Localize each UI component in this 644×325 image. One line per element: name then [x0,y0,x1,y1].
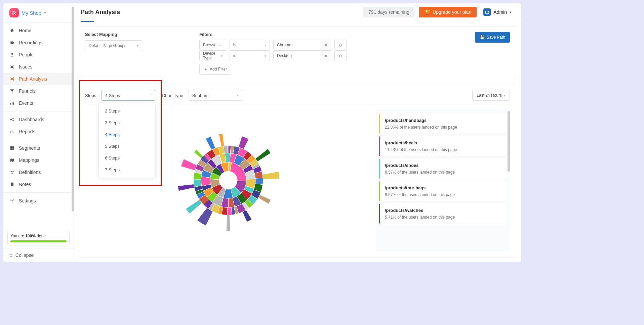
sidebar-item-reports[interactable]: Reports [3,126,74,138]
add-filter-button[interactable]: ＋Add Filter [199,64,231,75]
filters-card: Select Mapping Default Page Groups▾ Filt… [79,26,516,80]
sidebar-item-dashboards[interactable]: Dashboards [3,113,74,126]
sidebar-item-segments[interactable]: Segments [3,142,74,154]
result-card[interactable]: /products/heels11.43% of the users lande… [379,136,507,156]
sidebar-item-label: Settings [19,198,36,203]
sidebar-item-home[interactable]: Home [3,25,74,37]
result-desc: 8.57% of the users landed on this page [385,192,502,197]
steps-option[interactable]: 7 Steps [99,164,155,176]
result-card[interactable]: /products/shoes8.57% of the users landed… [379,159,507,179]
chevron-down-icon: ▾ [237,94,239,97]
chevron-down-icon: ▾ [137,44,138,48]
sidebar-item-settings[interactable]: Settings [3,195,74,207]
sidebar-scrollbar[interactable] [72,7,74,212]
sidebar-item-recordings[interactable]: Recordings [3,37,74,49]
result-desc: 5.71% of the users landed on this page [385,215,502,220]
svg-rect-3 [12,102,12,105]
result-path: /products/handbags [385,118,502,123]
sidebar-item-label: Funnels [19,88,36,94]
chevrons-left-icon: « [9,252,12,258]
app-shell: R My Shop ▾ HomeRecordingsPeopleIssuesPa… [3,3,521,262]
results-panel: /products/handbags22.86% of the users la… [375,109,510,251]
sidebar-item-definitions[interactable]: Definitions [3,166,74,178]
svg-rect-9 [12,130,12,133]
svg-point-15 [10,171,11,172]
sidebar-item-mappings[interactable]: Mappings [3,154,74,166]
svg-rect-13 [10,148,12,150]
result-path: /products/tote-bags [385,185,502,190]
chart-type-select[interactable]: Sunburst▾ [189,90,242,101]
result-path: /products/heels [385,140,502,145]
chart-card: Steps: 4 Steps˄ Chart Type: Sunburst▾ La… [79,84,516,258]
result-card[interactable]: /products/handbags22.86% of the users la… [379,114,507,134]
svg-point-0 [11,53,13,55]
sidebar-item-notes[interactable]: Notes [3,178,74,190]
sidebar-item-issues[interactable]: Issues [3,61,74,73]
filter-op-select[interactable]: is▾ [230,50,270,61]
note-icon [9,182,15,187]
steps-option[interactable]: 6 Steps [99,152,155,164]
filter-value-input[interactable]: Desktop [273,50,320,61]
filter-field-select[interactable]: Browser▾ [199,40,226,50]
svg-rect-10 [13,132,13,133]
sidebar-item-path-analysis[interactable]: Path Analysis [3,73,74,85]
delete-filter-button[interactable] [334,50,347,61]
save-path-button[interactable]: 💾Save Path [475,32,510,43]
steps-option[interactable]: 2 Steps [99,105,155,117]
power-icon: ⏻ [483,8,491,16]
upgrade-plan-button[interactable]: 🏆 Upgrade your plan [419,7,477,17]
mapping-label: Select Mapping [85,32,152,37]
mapping-select[interactable]: Default Page Groups▾ [85,40,142,51]
sidebar-item-label: Definitions [19,170,41,175]
svg-rect-14 [12,148,14,150]
sidebar-item-label: Segments [19,145,40,151]
brand-selector[interactable]: R My Shop ▾ [3,3,74,22]
svg-rect-8 [10,131,11,133]
svg-point-5 [10,119,12,121]
delete-filter-button[interactable] [334,40,347,50]
result-desc: 11.43% of the users landed on this page [385,147,502,152]
filter-field-select[interactable]: Device Type▾ [199,50,226,61]
controls-row: Steps: 4 Steps˄ Chart Type: Sunburst▾ La… [85,90,510,101]
chevron-down-icon: ▾ [504,94,506,97]
svg-point-16 [12,171,14,172]
svg-point-6 [12,118,14,119]
results-scrollbar[interactable] [508,111,510,172]
time-range-select[interactable]: Last 24 Hours▾ [472,90,510,101]
brand-name: My Shop [22,10,41,16]
sidebar-item-label: Path Analysis [19,76,47,82]
sidebar-item-people[interactable]: People [3,49,74,61]
user-menu[interactable]: ⏻ Admin ▾ [481,7,514,17]
steps-option[interactable]: 5 Steps [99,140,155,152]
save-icon: 💾 [480,35,485,40]
user-icon [9,52,15,57]
onboarding-progress: You are 100% done [7,231,70,245]
filter-conj-or[interactable]: or [320,40,331,50]
svg-point-18 [11,200,13,201]
result-card[interactable]: /products/tote-bags8.57% of the users la… [379,181,507,201]
steps-option[interactable]: 4 Steps [99,129,155,140]
sidebar-item-funnels[interactable]: Funnels [3,85,74,97]
steps-select[interactable]: 4 Steps˄ [102,90,155,101]
sidebar-item-label: Notes [19,182,31,187]
filters-label: Filters [199,32,347,37]
svg-rect-12 [12,146,14,148]
shuffle-icon [9,77,15,81]
steps-option[interactable]: 3 Steps [99,117,155,129]
steps-dropdown[interactable]: 2 Steps3 Steps4 Steps5 Steps6 Steps7 Ste… [98,103,156,178]
days-remaining-pill: 791 days remaining [363,7,415,17]
page-title: Path Analysis [81,9,120,16]
chevron-up-icon: ˄ [150,94,152,97]
collapse-sidebar[interactable]: « Collapse [3,248,74,262]
result-card[interactable]: /products/watches5.71% of the users land… [379,204,507,224]
filter-value-input[interactable]: Chrome [273,40,320,50]
filter-conj-or[interactable]: or [320,50,331,61]
filter-row: Browser▾ is▾ Chromeor [199,40,347,50]
bug-icon [9,64,15,69]
filter-row: Device Type▾ is▾ Desktopor [199,50,347,61]
filter-op-select[interactable]: is▾ [230,40,270,50]
bars-icon [9,101,15,105]
sidebar-item-events[interactable]: Events [3,97,74,109]
sidebar-item-label: Events [19,100,33,106]
result-path: /products/shoes [385,163,502,168]
